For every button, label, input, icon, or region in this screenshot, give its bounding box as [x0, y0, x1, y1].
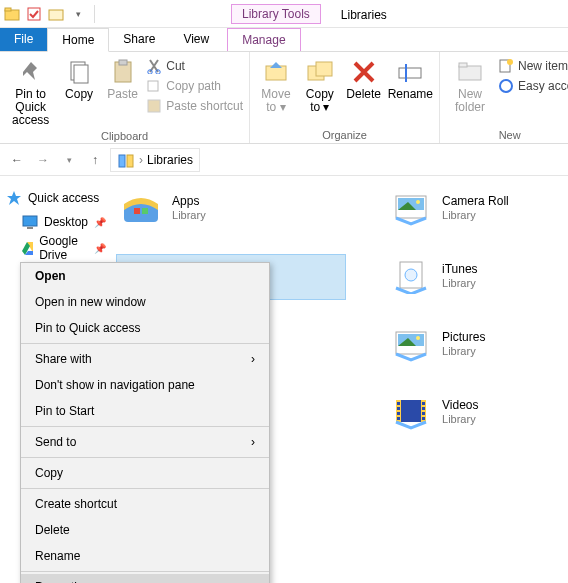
menu-open[interactable]: Open — [21, 263, 269, 289]
ribbon-tabs: File Home Share View Manage — [0, 28, 568, 52]
svg-rect-27 — [134, 208, 140, 214]
quick-access-toolbar: ▾ — [4, 5, 97, 23]
item-name: iTunes — [442, 262, 478, 276]
svg-rect-5 — [74, 65, 88, 83]
item-name: Videos — [442, 398, 478, 412]
menu-pin-quick-access[interactable]: Pin to Quick access — [21, 315, 269, 341]
item-videos[interactable]: VideosLibrary — [386, 390, 568, 434]
item-itunes[interactable]: iTunesLibrary — [386, 254, 568, 298]
check-icon[interactable] — [26, 6, 42, 22]
rename-label: Rename — [388, 88, 433, 101]
context-menu: Open Open in new window Pin to Quick acc… — [20, 262, 270, 583]
cut-button[interactable]: Cut — [146, 58, 243, 74]
move-to-button[interactable]: Move to ▾ — [256, 54, 296, 114]
recent-dropdown[interactable]: ▾ — [58, 149, 80, 171]
tab-home[interactable]: Home — [47, 28, 109, 52]
paste-button[interactable]: Paste — [103, 54, 142, 101]
address-bar[interactable]: › Libraries — [110, 148, 200, 172]
forward-button[interactable]: → — [32, 149, 54, 171]
apps-icon — [120, 190, 162, 226]
item-pictures[interactable]: PicturesLibrary — [386, 322, 568, 366]
ribbon: Pin to Quick access Copy Paste Cut Copy … — [0, 52, 568, 144]
paste-shortcut-button[interactable]: Paste shortcut — [146, 98, 243, 114]
item-name: Apps — [172, 194, 206, 208]
copy-path-button[interactable]: Copy path — [146, 78, 243, 94]
title-bar: ▾ Library Tools Libraries — [0, 0, 568, 28]
pin-icon: 📌 — [94, 217, 106, 228]
menu-dont-show-nav[interactable]: Don't show in navigation pane — [21, 372, 269, 398]
delete-button[interactable]: Delete — [344, 54, 384, 101]
new-folder-qat-icon[interactable] — [48, 6, 64, 22]
copy-button[interactable]: Copy — [59, 54, 98, 101]
pin-to-quick-access-button[interactable]: Pin to Quick access — [6, 54, 55, 128]
new-folder-button[interactable]: New folder — [446, 54, 494, 114]
separator — [94, 5, 95, 23]
svg-rect-49 — [422, 412, 425, 415]
item-name: Pictures — [442, 330, 485, 344]
copy-path-label: Copy path — [166, 79, 221, 93]
menu-pin-start[interactable]: Pin to Start — [21, 398, 269, 424]
tab-share[interactable]: Share — [109, 28, 169, 51]
tab-view[interactable]: View — [169, 28, 223, 51]
svg-rect-22 — [119, 155, 125, 167]
sidebar-item-desktop[interactable]: Desktop 📌 — [6, 212, 106, 232]
svg-rect-11 — [148, 100, 160, 112]
pin-label: Pin to Quick access — [6, 88, 55, 128]
new-group-label: New — [446, 127, 568, 143]
item-camera-roll[interactable]: Camera RollLibrary — [386, 186, 568, 230]
rename-button[interactable]: Rename — [388, 54, 433, 101]
item-sub: Library — [442, 277, 478, 290]
easy-access-button[interactable]: Easy acce — [498, 78, 568, 94]
new-item-label: New item — [518, 59, 568, 73]
sidebar-item-google-drive[interactable]: Google Drive 📌 — [6, 232, 106, 264]
qat-dropdown-icon[interactable]: ▾ — [70, 6, 86, 22]
menu-separator — [21, 343, 269, 344]
menu-send-to[interactable]: Send to› — [21, 429, 269, 455]
tab-manage[interactable]: Manage — [227, 28, 300, 51]
new-item-button[interactable]: New item — [498, 58, 568, 74]
new-folder-icon — [456, 58, 484, 86]
menu-create-shortcut[interactable]: Create shortcut — [21, 491, 269, 517]
svg-rect-18 — [459, 63, 467, 67]
svg-rect-1 — [5, 8, 11, 11]
item-sub: Library — [172, 209, 206, 222]
svg-rect-12 — [266, 66, 286, 80]
delete-label: Delete — [346, 88, 381, 101]
svg-point-34 — [416, 200, 420, 204]
chevron-right-icon: › — [251, 435, 255, 449]
photo-icon — [390, 190, 432, 226]
up-button[interactable]: ↑ — [84, 149, 106, 171]
menu-copy[interactable]: Copy — [21, 460, 269, 486]
pin-icon: 📌 — [94, 243, 106, 254]
menu-rename[interactable]: Rename — [21, 543, 269, 569]
back-button[interactable]: ← — [6, 149, 28, 171]
item-sub: Library — [442, 413, 478, 426]
svg-rect-3 — [49, 10, 63, 20]
svg-rect-50 — [422, 417, 425, 420]
window-title: Libraries — [333, 6, 395, 24]
desktop-icon — [22, 214, 38, 230]
new-folder-label: New folder — [455, 88, 485, 114]
crumb-text: Libraries — [147, 153, 193, 167]
copy-to-label: Copy to ▾ — [306, 88, 334, 114]
svg-rect-46 — [397, 417, 400, 420]
organize-group-label: Organize — [256, 127, 433, 143]
menu-delete[interactable]: Delete — [21, 517, 269, 543]
copy-to-button[interactable]: Copy to ▾ — [300, 54, 340, 114]
menu-open-new-window[interactable]: Open in new window — [21, 289, 269, 315]
sidebar-item-label: Desktop — [44, 215, 88, 229]
svg-rect-43 — [397, 402, 400, 405]
copy-path-icon — [146, 78, 162, 94]
menu-properties[interactable]: Properties — [21, 574, 269, 583]
svg-rect-23 — [127, 155, 133, 167]
group-new: New folder New item Easy acce New — [440, 52, 568, 143]
item-apps[interactable]: AppsLibrary — [116, 186, 346, 230]
tab-file[interactable]: File — [0, 28, 47, 51]
menu-share-with[interactable]: Share with› — [21, 346, 269, 372]
sidebar-quick-access[interactable]: Quick access — [6, 190, 106, 206]
folder-icon[interactable] — [4, 6, 20, 22]
svg-rect-10 — [148, 81, 158, 91]
svg-rect-7 — [119, 60, 127, 65]
libraries-icon — [117, 151, 135, 169]
paste-icon — [109, 58, 137, 86]
